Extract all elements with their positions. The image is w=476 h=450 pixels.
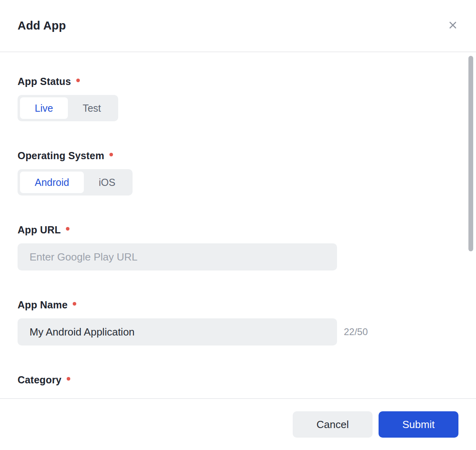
os-option-ios[interactable]: iOS: [84, 172, 130, 193]
field-app-url: App URL: [18, 224, 458, 270]
required-dot: [67, 377, 70, 381]
app-name-label-row: App Name: [18, 299, 458, 311]
required-dot: [66, 227, 69, 231]
category-label-row: Category: [18, 374, 458, 386]
os-option-android[interactable]: Android: [20, 172, 84, 193]
app-status-label-row: App Status: [18, 75, 458, 87]
close-icon: [447, 19, 459, 32]
app-url-label: App URL: [18, 224, 61, 236]
char-counter: 22/50: [344, 326, 368, 338]
operating-system-label-row: Operating System: [18, 150, 458, 162]
modal-header: Add App: [0, 0, 476, 52]
field-app-name: App Name 22/50: [18, 299, 458, 345]
app-status-toggle: Live Test: [18, 95, 118, 121]
modal-footer: Cancel Submit: [0, 398, 476, 450]
submit-button[interactable]: Submit: [379, 411, 458, 438]
field-category: Category: [18, 374, 458, 386]
app-url-label-row: App URL: [18, 224, 458, 236]
app-status-option-test[interactable]: Test: [68, 97, 116, 119]
operating-system-label: Operating System: [18, 150, 104, 162]
field-app-status: App Status Live Test: [18, 75, 458, 121]
category-label: Category: [18, 374, 61, 386]
app-name-label: App Name: [18, 299, 67, 311]
app-status-label: App Status: [18, 75, 71, 87]
app-name-input-row: 22/50: [18, 318, 458, 345]
close-button[interactable]: [445, 18, 461, 34]
scrollbar-thumb[interactable]: [468, 56, 473, 251]
cancel-button[interactable]: Cancel: [293, 411, 373, 438]
operating-system-toggle: Android iOS: [18, 169, 133, 195]
required-dot: [76, 79, 80, 82]
modal-title: Add App: [18, 19, 66, 32]
app-url-input[interactable]: [18, 243, 337, 270]
app-url-input-row: [18, 243, 458, 270]
app-status-option-live[interactable]: Live: [20, 97, 68, 119]
app-name-input[interactable]: [18, 318, 337, 345]
field-operating-system: Operating System Android iOS: [18, 150, 458, 195]
required-dot: [73, 302, 76, 306]
modal-body: App Status Live Test Operating System An…: [0, 52, 476, 398]
add-app-modal: Add App App Status Live Test: [0, 0, 476, 450]
required-dot: [109, 153, 113, 156]
